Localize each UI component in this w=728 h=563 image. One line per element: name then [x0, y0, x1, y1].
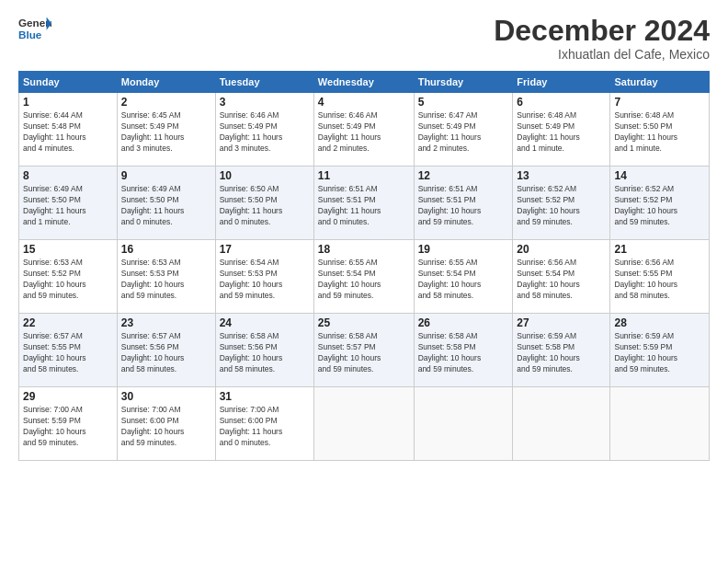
day-number: 25	[318, 316, 410, 329]
day-cell: 6Sunrise: 6:48 AM Sunset: 5:49 PM Daylig…	[513, 93, 610, 167]
day-info: Sunrise: 6:47 AM Sunset: 5:49 PM Dayligh…	[418, 110, 509, 155]
day-number: 12	[418, 169, 509, 182]
logo-icon: General Blue	[18, 15, 51, 42]
day-number: 2	[121, 96, 211, 109]
logo: General Blue	[18, 15, 51, 42]
day-number: 3	[220, 96, 310, 109]
col-header-sunday: Sunday	[19, 72, 118, 93]
day-number: 29	[23, 390, 113, 403]
day-info: Sunrise: 6:57 AM Sunset: 5:55 PM Dayligh…	[23, 331, 113, 375]
day-number: 17	[220, 243, 310, 256]
col-header-saturday: Saturday	[610, 72, 710, 93]
col-header-monday: Monday	[117, 72, 215, 93]
location: Ixhuatlan del Cafe, Mexico	[494, 47, 710, 62]
col-header-thursday: Thursday	[414, 72, 513, 93]
day-number: 21	[614, 243, 705, 256]
day-cell: 11Sunrise: 6:51 AM Sunset: 5:51 PM Dayli…	[313, 167, 414, 240]
day-info: Sunrise: 6:58 AM Sunset: 5:57 PM Dayligh…	[318, 331, 410, 375]
day-number: 28	[614, 316, 705, 329]
day-cell	[414, 387, 513, 461]
day-cell: 8Sunrise: 6:49 AM Sunset: 5:50 PM Daylig…	[19, 167, 118, 240]
day-number: 11	[318, 169, 410, 182]
day-info: Sunrise: 6:55 AM Sunset: 5:54 PM Dayligh…	[418, 258, 509, 302]
day-number: 8	[23, 169, 113, 182]
day-number: 19	[418, 243, 509, 256]
day-cell: 27Sunrise: 6:59 AM Sunset: 5:58 PM Dayli…	[513, 314, 610, 387]
day-cell: 9Sunrise: 6:49 AM Sunset: 5:50 PM Daylig…	[117, 167, 215, 240]
day-info: Sunrise: 6:59 AM Sunset: 5:59 PM Dayligh…	[614, 331, 705, 375]
day-number: 20	[517, 243, 606, 256]
svg-text:Blue: Blue	[18, 29, 42, 40]
day-number: 23	[121, 316, 211, 329]
week-row-5: 29Sunrise: 7:00 AM Sunset: 5:59 PM Dayli…	[19, 387, 710, 461]
day-cell	[513, 387, 610, 461]
day-info: Sunrise: 6:58 AM Sunset: 5:56 PM Dayligh…	[220, 331, 310, 375]
day-number: 1	[23, 96, 113, 109]
day-info: Sunrise: 6:52 AM Sunset: 5:52 PM Dayligh…	[517, 184, 606, 228]
day-info: Sunrise: 6:48 AM Sunset: 5:50 PM Dayligh…	[614, 110, 705, 155]
day-cell: 10Sunrise: 6:50 AM Sunset: 5:50 PM Dayli…	[215, 167, 313, 240]
day-number: 26	[418, 316, 509, 329]
day-cell: 24Sunrise: 6:58 AM Sunset: 5:56 PM Dayli…	[215, 314, 313, 387]
day-info: Sunrise: 6:49 AM Sunset: 5:50 PM Dayligh…	[23, 184, 113, 228]
day-cell: 16Sunrise: 6:53 AM Sunset: 5:53 PM Dayli…	[117, 240, 215, 314]
day-info: Sunrise: 6:56 AM Sunset: 5:54 PM Dayligh…	[517, 258, 606, 302]
day-number: 27	[517, 316, 606, 329]
day-number: 22	[23, 316, 113, 329]
day-cell: 1Sunrise: 6:44 AM Sunset: 5:48 PM Daylig…	[19, 93, 118, 167]
day-cell: 3Sunrise: 6:46 AM Sunset: 5:49 PM Daylig…	[215, 93, 313, 167]
day-cell: 18Sunrise: 6:55 AM Sunset: 5:54 PM Dayli…	[313, 240, 414, 314]
day-number: 13	[517, 169, 606, 182]
day-info: Sunrise: 6:51 AM Sunset: 5:51 PM Dayligh…	[318, 184, 410, 228]
day-number: 9	[121, 169, 211, 182]
day-cell: 31Sunrise: 7:00 AM Sunset: 6:00 PM Dayli…	[215, 387, 313, 461]
day-cell: 26Sunrise: 6:58 AM Sunset: 5:58 PM Dayli…	[414, 314, 513, 387]
week-row-4: 22Sunrise: 6:57 AM Sunset: 5:55 PM Dayli…	[19, 314, 710, 387]
col-header-friday: Friday	[513, 72, 610, 93]
day-info: Sunrise: 6:53 AM Sunset: 5:53 PM Dayligh…	[121, 258, 211, 302]
day-number: 16	[121, 243, 211, 256]
day-number: 14	[614, 169, 705, 182]
day-cell: 22Sunrise: 6:57 AM Sunset: 5:55 PM Dayli…	[19, 314, 118, 387]
day-info: Sunrise: 6:45 AM Sunset: 5:49 PM Dayligh…	[121, 110, 211, 155]
day-number: 6	[517, 96, 606, 109]
day-number: 18	[318, 243, 410, 256]
title-block: December 2024 Ixhuatlan del Cafe, Mexico	[494, 15, 710, 62]
week-row-1: 1Sunrise: 6:44 AM Sunset: 5:48 PM Daylig…	[19, 93, 710, 167]
day-cell: 23Sunrise: 6:57 AM Sunset: 5:56 PM Dayli…	[117, 314, 215, 387]
day-number: 15	[23, 243, 113, 256]
day-info: Sunrise: 6:52 AM Sunset: 5:52 PM Dayligh…	[614, 184, 705, 228]
day-cell: 30Sunrise: 7:00 AM Sunset: 6:00 PM Dayli…	[117, 387, 215, 461]
col-header-tuesday: Tuesday	[215, 72, 313, 93]
week-row-3: 15Sunrise: 6:53 AM Sunset: 5:52 PM Dayli…	[19, 240, 710, 314]
day-cell: 15Sunrise: 6:53 AM Sunset: 5:52 PM Dayli…	[19, 240, 118, 314]
day-number: 5	[418, 96, 509, 109]
day-cell: 29Sunrise: 7:00 AM Sunset: 5:59 PM Dayli…	[19, 387, 118, 461]
day-cell: 2Sunrise: 6:45 AM Sunset: 5:49 PM Daylig…	[117, 93, 215, 167]
day-cell: 20Sunrise: 6:56 AM Sunset: 5:54 PM Dayli…	[513, 240, 610, 314]
calendar-table: SundayMondayTuesdayWednesdayThursdayFrid…	[18, 71, 710, 461]
page: General Blue December 2024 Ixhuatlan del…	[0, 0, 728, 563]
day-number: 4	[318, 96, 410, 109]
month-title: December 2024	[494, 15, 710, 47]
day-cell: 7Sunrise: 6:48 AM Sunset: 5:50 PM Daylig…	[610, 93, 710, 167]
day-info: Sunrise: 6:58 AM Sunset: 5:58 PM Dayligh…	[418, 331, 509, 375]
day-cell	[610, 387, 710, 461]
header: General Blue December 2024 Ixhuatlan del…	[18, 15, 710, 62]
day-cell: 25Sunrise: 6:58 AM Sunset: 5:57 PM Dayli…	[313, 314, 414, 387]
day-number: 7	[614, 96, 705, 109]
day-number: 31	[220, 390, 310, 403]
day-info: Sunrise: 6:57 AM Sunset: 5:56 PM Dayligh…	[121, 331, 211, 375]
week-row-2: 8Sunrise: 6:49 AM Sunset: 5:50 PM Daylig…	[19, 167, 710, 240]
col-header-wednesday: Wednesday	[313, 72, 414, 93]
day-cell: 5Sunrise: 6:47 AM Sunset: 5:49 PM Daylig…	[414, 93, 513, 167]
day-info: Sunrise: 7:00 AM Sunset: 6:00 PM Dayligh…	[121, 405, 211, 449]
day-info: Sunrise: 6:56 AM Sunset: 5:55 PM Dayligh…	[614, 258, 705, 302]
day-number: 30	[121, 390, 211, 403]
day-info: Sunrise: 6:51 AM Sunset: 5:51 PM Dayligh…	[418, 184, 509, 228]
day-info: Sunrise: 6:44 AM Sunset: 5:48 PM Dayligh…	[23, 110, 113, 155]
day-info: Sunrise: 6:54 AM Sunset: 5:53 PM Dayligh…	[220, 258, 310, 302]
day-cell: 14Sunrise: 6:52 AM Sunset: 5:52 PM Dayli…	[610, 167, 710, 240]
header-row: SundayMondayTuesdayWednesdayThursdayFrid…	[19, 72, 710, 93]
day-cell: 12Sunrise: 6:51 AM Sunset: 5:51 PM Dayli…	[414, 167, 513, 240]
